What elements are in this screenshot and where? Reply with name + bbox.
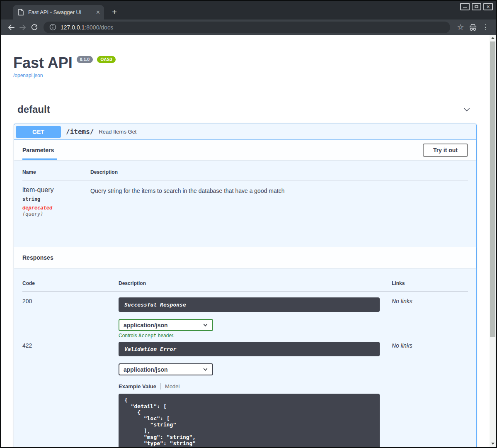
scrollbar-thumb[interactable] xyxy=(490,41,495,337)
response-description-panel: Successful Response xyxy=(119,297,380,312)
menu-dots-icon: ⋮ xyxy=(482,23,489,32)
api-info: Fast API 0.1.0 OAS3 /openapi.json xyxy=(1,35,490,79)
tab-close-icon[interactable]: × xyxy=(96,9,100,16)
media-type-value: application/json xyxy=(124,322,168,329)
parameters-table: Name Description item-query string depre… xyxy=(14,160,476,247)
media-type-select[interactable]: application/json xyxy=(119,363,213,375)
response-row-422: 422 Validation Error application/json Ex… xyxy=(22,338,468,447)
triangle-down-icon xyxy=(491,443,495,445)
try-it-out-button[interactable]: Try it out xyxy=(423,144,468,157)
column-header-name: Name xyxy=(22,169,90,175)
accept-header-note: Controls Accept header. xyxy=(119,333,380,338)
response-links: No links xyxy=(392,298,412,304)
tab-model[interactable]: Model xyxy=(165,383,179,390)
opblock-get-items: GET /items/ Read Items Get Parameters Tr… xyxy=(14,124,477,447)
example-json-panel: { "detail": [ { "loc": [ "string" ], "ms… xyxy=(119,394,380,447)
example-model-tabs: Example Value Model xyxy=(119,383,380,390)
triangle-up-icon xyxy=(491,37,495,39)
scrollbar-down-arrow[interactable] xyxy=(490,441,496,447)
close-button[interactable]: × xyxy=(483,3,493,10)
responses-section-header: Responses xyxy=(14,247,476,268)
response-code: 422 xyxy=(22,342,32,349)
swagger-ui: Fast API 0.1.0 OAS3 /openapi.json defaul… xyxy=(1,35,490,447)
minimize-button[interactable] xyxy=(460,3,470,10)
back-button[interactable] xyxy=(5,22,17,33)
version-badge: 0.1.0 xyxy=(77,56,93,63)
responses-title: Responses xyxy=(22,254,53,261)
opblock-summary[interactable]: GET /items/ Read Items Get xyxy=(14,124,476,140)
parameter-deprecated-flag: deprecated xyxy=(22,205,90,211)
maximize-icon xyxy=(475,5,478,8)
bookmark-star-icon: ☆ xyxy=(457,22,464,32)
window-controls: × xyxy=(460,3,493,10)
http-method-badge: GET xyxy=(16,126,61,138)
back-arrow-icon xyxy=(7,24,15,31)
scrollbar-up-arrow[interactable] xyxy=(490,35,496,41)
new-tab-button[interactable]: + xyxy=(109,7,120,17)
page-document-icon xyxy=(18,9,24,16)
reload-icon xyxy=(31,24,38,31)
forward-button[interactable] xyxy=(17,22,29,33)
column-header-code: Code xyxy=(22,280,119,286)
select-chevron-icon xyxy=(203,322,208,328)
url-path: :8000/docs xyxy=(85,24,113,31)
profile-incognito-button[interactable] xyxy=(467,22,479,33)
browser-toolbar: 127.0.0.1:8000/docs ☆ ⋮ xyxy=(1,19,496,35)
response-code: 200 xyxy=(22,298,32,304)
column-header-links: Links xyxy=(392,280,405,286)
forward-arrow-icon xyxy=(19,24,27,31)
browser-window: Fast API - Swagger UI × + × 127.0.0.1:80… xyxy=(0,0,497,448)
media-type-value: application/json xyxy=(124,366,168,373)
oas-badge: OAS3 xyxy=(97,56,115,63)
tab-divider xyxy=(160,383,161,390)
tag-section-header[interactable]: default xyxy=(13,104,477,121)
page-content: Fast API 0.1.0 OAS3 /openapi.json defaul… xyxy=(1,35,496,447)
tab-example-value[interactable]: Example Value xyxy=(119,383,156,390)
tag-name: default xyxy=(17,104,50,115)
select-chevron-icon xyxy=(203,367,208,372)
media-type-select[interactable]: application/json xyxy=(119,319,213,331)
responses-table: Code Description Links 200 Successful Re… xyxy=(14,268,476,447)
page-scrollbar[interactable] xyxy=(490,35,496,447)
api-title: Fast API xyxy=(13,55,73,71)
chevron-down-icon[interactable] xyxy=(462,105,471,114)
browser-tab[interactable]: Fast API - Swagger UI × xyxy=(13,5,104,19)
response-links: No links xyxy=(392,342,412,349)
maximize-button[interactable] xyxy=(472,3,481,10)
column-header-description: Description xyxy=(90,169,118,175)
endpoint-path: /items/ xyxy=(66,128,94,136)
example-json-code: { "detail": [ { "loc": [ "string" ], "ms… xyxy=(124,397,374,447)
browser-titlebar: Fast API - Swagger UI × + × xyxy=(1,1,496,19)
incognito-icon xyxy=(468,23,478,32)
parameter-location: (query) xyxy=(22,211,90,217)
parameter-row: item-query string deprecated (query) Que… xyxy=(22,180,468,217)
site-info-icon[interactable] xyxy=(49,24,56,31)
parameter-description: Query string for the items to search in … xyxy=(90,186,285,217)
parameter-type: string xyxy=(22,196,90,202)
response-row-200: 200 Successful Response application/json… xyxy=(22,292,468,338)
parameters-section-header: Parameters Try it out xyxy=(14,140,476,160)
url-host: 127.0.0.1 xyxy=(61,24,85,31)
bookmark-star-button[interactable]: ☆ xyxy=(454,22,467,33)
openapi-spec-link[interactable]: /openapi.json xyxy=(13,73,43,78)
minimize-icon xyxy=(463,7,467,8)
parameter-name: item-query xyxy=(22,186,90,194)
endpoint-summary: Read Items Get xyxy=(99,129,136,135)
url-text: 127.0.0.1:8000/docs xyxy=(61,24,113,31)
tab-title: Fast API - Swagger UI xyxy=(28,9,93,15)
url-bar[interactable]: 127.0.0.1:8000/docs xyxy=(44,22,450,33)
response-description-panel: Validation Error xyxy=(119,342,380,356)
column-header-description: Description xyxy=(119,280,380,286)
reload-button[interactable] xyxy=(29,22,40,33)
tab-parameters[interactable]: Parameters xyxy=(22,140,57,160)
browser-menu-button[interactable]: ⋮ xyxy=(479,22,492,33)
